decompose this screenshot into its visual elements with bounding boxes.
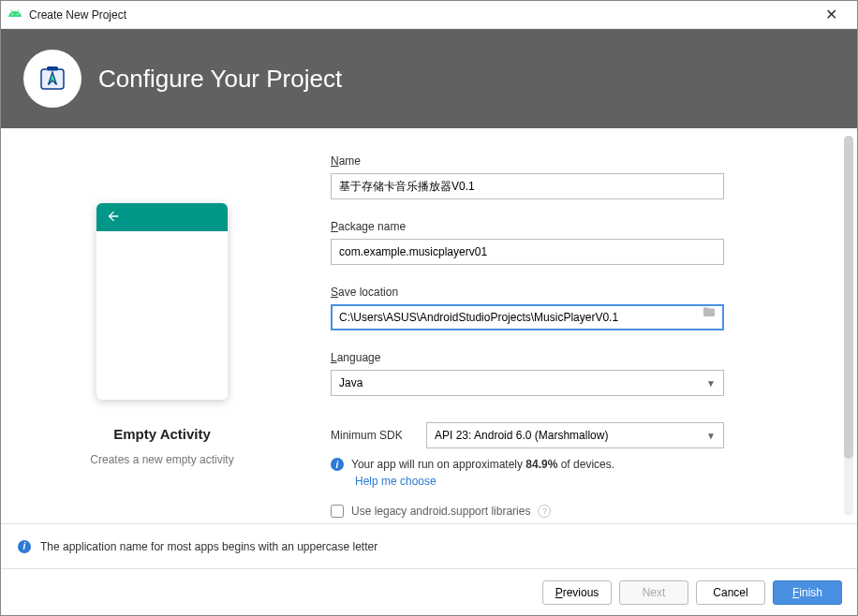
svg-rect-1 xyxy=(47,66,58,71)
info-icon: i xyxy=(331,458,344,471)
field-save-location: Save location xyxy=(331,286,724,330)
form-column: Name Package name Save location Language xyxy=(331,154,752,523)
status-message: The application name for most apps begin… xyxy=(40,540,377,553)
cancel-button[interactable]: Cancel xyxy=(696,580,765,605)
next-button: Next xyxy=(619,580,688,605)
language-value: Java xyxy=(339,376,362,389)
package-input[interactable] xyxy=(331,239,724,265)
save-location-input[interactable] xyxy=(331,304,724,330)
legacy-label: Use legacy android.support libraries xyxy=(351,505,530,518)
legacy-checkbox[interactable] xyxy=(331,505,344,518)
previous-button[interactable]: Previous xyxy=(542,580,612,605)
scrollbar[interactable] xyxy=(844,136,853,516)
back-arrow-icon xyxy=(106,209,121,227)
content-area: Empty Activity Creates a new empty activ… xyxy=(1,128,857,523)
preview-subtitle: Creates a new empty activity xyxy=(90,453,233,466)
name-input[interactable] xyxy=(331,173,724,199)
field-name: Name xyxy=(331,154,724,199)
min-sdk-row: Minimum SDK API 23: Android 6.0 (Marshma… xyxy=(331,422,724,448)
close-button[interactable]: ✕ xyxy=(812,6,850,23)
finish-button[interactable]: Finish xyxy=(773,580,842,605)
header: Configure Your Project xyxy=(1,29,857,128)
preview-column: Empty Activity Creates a new empty activ… xyxy=(31,154,293,523)
preview-title: Empty Activity xyxy=(113,426,211,442)
preview-phone xyxy=(96,203,228,400)
legacy-row: Use legacy android.support libraries ? xyxy=(331,505,724,518)
android-icon xyxy=(8,7,22,22)
window-title: Create New Project xyxy=(29,8,812,22)
header-icon-circle xyxy=(23,50,81,108)
chevron-down-icon: ▼ xyxy=(706,378,716,389)
min-sdk-label: Minimum SDK xyxy=(331,429,417,442)
scrollbar-thumb[interactable] xyxy=(844,136,853,459)
preview-topbar xyxy=(96,203,228,231)
language-select[interactable]: Java ▼ xyxy=(331,370,724,396)
info-icon: i xyxy=(18,540,31,553)
compass-icon xyxy=(36,61,69,97)
name-label: Name xyxy=(331,154,724,168)
help-me-choose-link[interactable]: Help me choose xyxy=(331,475,724,488)
header-title: Configure Your Project xyxy=(98,65,342,94)
package-label: Package name xyxy=(331,220,724,233)
min-sdk-value: API 23: Android 6.0 (Marshmallow) xyxy=(435,429,608,442)
footer: Previous Next Cancel Finish xyxy=(1,568,857,615)
sdk-info-text: Your app will run on approximately 84.9%… xyxy=(351,458,614,471)
chevron-down-icon: ▼ xyxy=(706,431,716,441)
save-location-label: Save location xyxy=(331,286,724,299)
help-icon[interactable]: ? xyxy=(538,505,551,518)
min-sdk-select[interactable]: API 23: Android 6.0 (Marshmallow) ▼ xyxy=(426,422,724,448)
field-package: Package name xyxy=(331,220,724,265)
sdk-info-line: i Your app will run on approximately 84.… xyxy=(331,458,724,471)
dialog-window: Create New Project ✕ Configure Your Proj… xyxy=(0,0,858,616)
titlebar: Create New Project ✕ xyxy=(1,1,857,29)
field-language: Language Java ▼ xyxy=(331,351,724,396)
language-label: Language xyxy=(331,351,724,364)
status-bar: i The application name for most apps beg… xyxy=(1,523,857,568)
